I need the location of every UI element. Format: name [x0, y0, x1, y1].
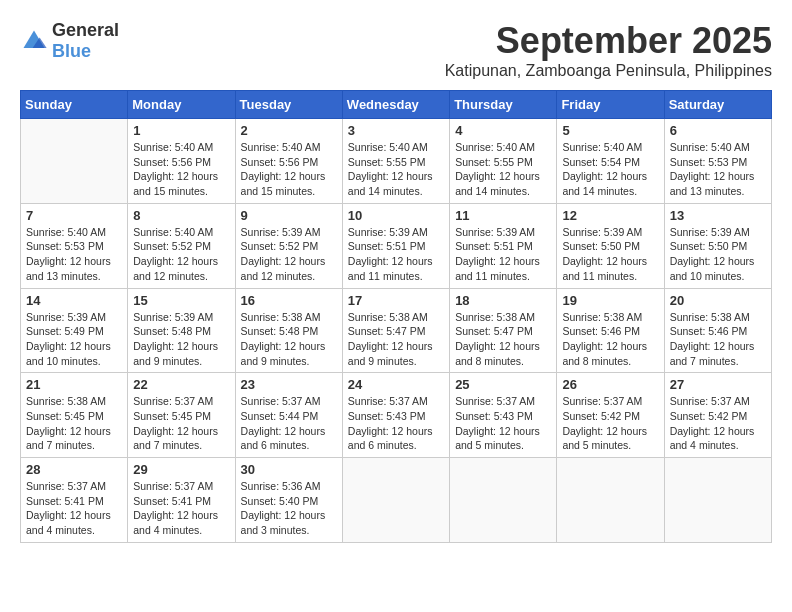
day-info: Sunrise: 5:38 AMSunset: 5:45 PMDaylight:… — [26, 394, 122, 453]
day-info: Sunrise: 5:37 AMSunset: 5:43 PMDaylight:… — [348, 394, 444, 453]
calendar-week-row: 21Sunrise: 5:38 AMSunset: 5:45 PMDayligh… — [21, 373, 772, 458]
day-number: 21 — [26, 377, 122, 392]
table-row — [450, 458, 557, 543]
table-row: 7Sunrise: 5:40 AMSunset: 5:53 PMDaylight… — [21, 203, 128, 288]
day-number: 22 — [133, 377, 229, 392]
calendar-week-row: 28Sunrise: 5:37 AMSunset: 5:41 PMDayligh… — [21, 458, 772, 543]
calendar-week-row: 7Sunrise: 5:40 AMSunset: 5:53 PMDaylight… — [21, 203, 772, 288]
day-number: 29 — [133, 462, 229, 477]
day-number: 18 — [455, 293, 551, 308]
table-row: 10Sunrise: 5:39 AMSunset: 5:51 PMDayligh… — [342, 203, 449, 288]
day-number: 27 — [670, 377, 766, 392]
table-row: 12Sunrise: 5:39 AMSunset: 5:50 PMDayligh… — [557, 203, 664, 288]
table-row: 2Sunrise: 5:40 AMSunset: 5:56 PMDaylight… — [235, 119, 342, 204]
day-info: Sunrise: 5:39 AMSunset: 5:51 PMDaylight:… — [455, 225, 551, 284]
header-wednesday: Wednesday — [342, 91, 449, 119]
day-number: 28 — [26, 462, 122, 477]
table-row: 14Sunrise: 5:39 AMSunset: 5:49 PMDayligh… — [21, 288, 128, 373]
table-row: 20Sunrise: 5:38 AMSunset: 5:46 PMDayligh… — [664, 288, 771, 373]
day-number: 17 — [348, 293, 444, 308]
day-info: Sunrise: 5:38 AMSunset: 5:46 PMDaylight:… — [670, 310, 766, 369]
table-row: 11Sunrise: 5:39 AMSunset: 5:51 PMDayligh… — [450, 203, 557, 288]
header-saturday: Saturday — [664, 91, 771, 119]
location-title: Katipunan, Zamboanga Peninsula, Philippi… — [445, 62, 772, 80]
day-info: Sunrise: 5:37 AMSunset: 5:42 PMDaylight:… — [670, 394, 766, 453]
table-row: 24Sunrise: 5:37 AMSunset: 5:43 PMDayligh… — [342, 373, 449, 458]
header-tuesday: Tuesday — [235, 91, 342, 119]
table-row: 6Sunrise: 5:40 AMSunset: 5:53 PMDaylight… — [664, 119, 771, 204]
table-row: 4Sunrise: 5:40 AMSunset: 5:55 PMDaylight… — [450, 119, 557, 204]
logo-blue: Blue — [52, 41, 91, 61]
day-info: Sunrise: 5:39 AMSunset: 5:52 PMDaylight:… — [241, 225, 337, 284]
day-info: Sunrise: 5:37 AMSunset: 5:43 PMDaylight:… — [455, 394, 551, 453]
table-row: 22Sunrise: 5:37 AMSunset: 5:45 PMDayligh… — [128, 373, 235, 458]
day-info: Sunrise: 5:39 AMSunset: 5:48 PMDaylight:… — [133, 310, 229, 369]
day-number: 23 — [241, 377, 337, 392]
day-number: 7 — [26, 208, 122, 223]
day-number: 16 — [241, 293, 337, 308]
day-info: Sunrise: 5:38 AMSunset: 5:47 PMDaylight:… — [455, 310, 551, 369]
header-sunday: Sunday — [21, 91, 128, 119]
month-title: September 2025 — [445, 20, 772, 62]
table-row: 15Sunrise: 5:39 AMSunset: 5:48 PMDayligh… — [128, 288, 235, 373]
table-row: 29Sunrise: 5:37 AMSunset: 5:41 PMDayligh… — [128, 458, 235, 543]
day-number: 30 — [241, 462, 337, 477]
day-info: Sunrise: 5:39 AMSunset: 5:50 PMDaylight:… — [670, 225, 766, 284]
calendar-header-row: Sunday Monday Tuesday Wednesday Thursday… — [21, 91, 772, 119]
table-row: 5Sunrise: 5:40 AMSunset: 5:54 PMDaylight… — [557, 119, 664, 204]
table-row: 17Sunrise: 5:38 AMSunset: 5:47 PMDayligh… — [342, 288, 449, 373]
day-info: Sunrise: 5:37 AMSunset: 5:42 PMDaylight:… — [562, 394, 658, 453]
day-number: 8 — [133, 208, 229, 223]
day-info: Sunrise: 5:38 AMSunset: 5:46 PMDaylight:… — [562, 310, 658, 369]
day-number: 19 — [562, 293, 658, 308]
day-number: 13 — [670, 208, 766, 223]
table-row: 23Sunrise: 5:37 AMSunset: 5:44 PMDayligh… — [235, 373, 342, 458]
day-info: Sunrise: 5:40 AMSunset: 5:55 PMDaylight:… — [455, 140, 551, 199]
day-info: Sunrise: 5:40 AMSunset: 5:52 PMDaylight:… — [133, 225, 229, 284]
day-info: Sunrise: 5:40 AMSunset: 5:54 PMDaylight:… — [562, 140, 658, 199]
page-header: General Blue September 2025 Katipunan, Z… — [20, 20, 772, 80]
day-number: 5 — [562, 123, 658, 138]
day-info: Sunrise: 5:39 AMSunset: 5:51 PMDaylight:… — [348, 225, 444, 284]
day-info: Sunrise: 5:38 AMSunset: 5:47 PMDaylight:… — [348, 310, 444, 369]
table-row: 8Sunrise: 5:40 AMSunset: 5:52 PMDaylight… — [128, 203, 235, 288]
day-info: Sunrise: 5:38 AMSunset: 5:48 PMDaylight:… — [241, 310, 337, 369]
table-row: 18Sunrise: 5:38 AMSunset: 5:47 PMDayligh… — [450, 288, 557, 373]
table-row: 19Sunrise: 5:38 AMSunset: 5:46 PMDayligh… — [557, 288, 664, 373]
day-number: 14 — [26, 293, 122, 308]
day-number: 4 — [455, 123, 551, 138]
table-row: 28Sunrise: 5:37 AMSunset: 5:41 PMDayligh… — [21, 458, 128, 543]
day-number: 26 — [562, 377, 658, 392]
day-info: Sunrise: 5:40 AMSunset: 5:56 PMDaylight:… — [133, 140, 229, 199]
day-info: Sunrise: 5:37 AMSunset: 5:45 PMDaylight:… — [133, 394, 229, 453]
day-number: 12 — [562, 208, 658, 223]
day-number: 24 — [348, 377, 444, 392]
calendar-week-row: 1Sunrise: 5:40 AMSunset: 5:56 PMDaylight… — [21, 119, 772, 204]
table-row: 26Sunrise: 5:37 AMSunset: 5:42 PMDayligh… — [557, 373, 664, 458]
day-info: Sunrise: 5:40 AMSunset: 5:56 PMDaylight:… — [241, 140, 337, 199]
day-number: 9 — [241, 208, 337, 223]
day-info: Sunrise: 5:40 AMSunset: 5:55 PMDaylight:… — [348, 140, 444, 199]
day-info: Sunrise: 5:39 AMSunset: 5:49 PMDaylight:… — [26, 310, 122, 369]
table-row: 25Sunrise: 5:37 AMSunset: 5:43 PMDayligh… — [450, 373, 557, 458]
logo-general: General — [52, 20, 119, 40]
day-info: Sunrise: 5:39 AMSunset: 5:50 PMDaylight:… — [562, 225, 658, 284]
day-info: Sunrise: 5:37 AMSunset: 5:41 PMDaylight:… — [133, 479, 229, 538]
day-info: Sunrise: 5:40 AMSunset: 5:53 PMDaylight:… — [26, 225, 122, 284]
header-friday: Friday — [557, 91, 664, 119]
day-info: Sunrise: 5:36 AMSunset: 5:40 PMDaylight:… — [241, 479, 337, 538]
day-number: 2 — [241, 123, 337, 138]
table-row: 3Sunrise: 5:40 AMSunset: 5:55 PMDaylight… — [342, 119, 449, 204]
logo-icon — [20, 27, 48, 55]
day-number: 10 — [348, 208, 444, 223]
table-row — [342, 458, 449, 543]
day-info: Sunrise: 5:40 AMSunset: 5:53 PMDaylight:… — [670, 140, 766, 199]
calendar-table: Sunday Monday Tuesday Wednesday Thursday… — [20, 90, 772, 543]
table-row — [664, 458, 771, 543]
day-number: 25 — [455, 377, 551, 392]
day-number: 11 — [455, 208, 551, 223]
table-row: 9Sunrise: 5:39 AMSunset: 5:52 PMDaylight… — [235, 203, 342, 288]
table-row: 21Sunrise: 5:38 AMSunset: 5:45 PMDayligh… — [21, 373, 128, 458]
table-row — [557, 458, 664, 543]
table-row: 1Sunrise: 5:40 AMSunset: 5:56 PMDaylight… — [128, 119, 235, 204]
